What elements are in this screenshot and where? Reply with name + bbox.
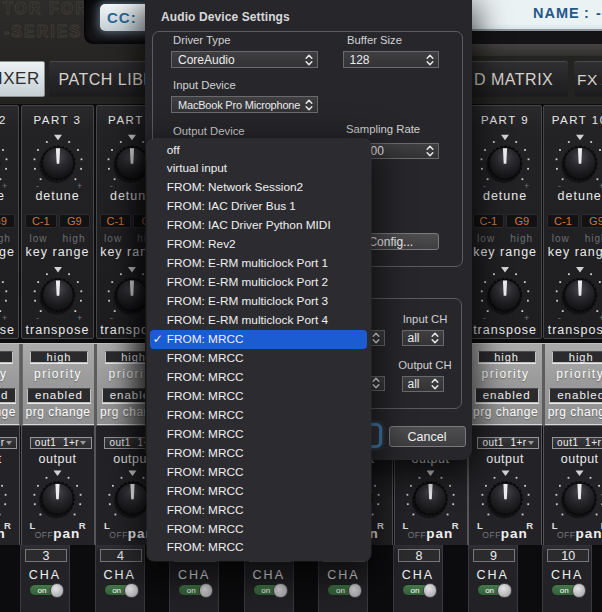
svg-text:+: + [2, 313, 7, 323]
svg-text:-: - [558, 313, 561, 323]
svg-text:-: - [483, 313, 486, 323]
svg-text:+: + [524, 313, 529, 323]
svg-text:+: + [77, 313, 82, 323]
svg-text:-: - [110, 313, 113, 323]
svg-text:-: - [36, 313, 39, 323]
